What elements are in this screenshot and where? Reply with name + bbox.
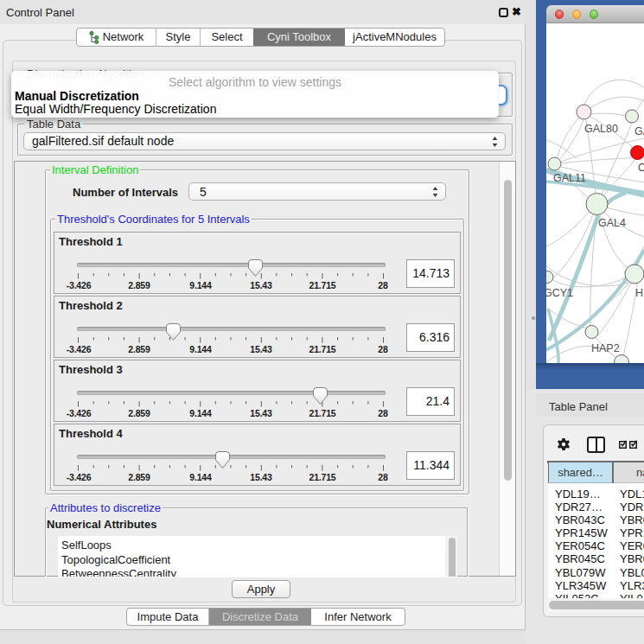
- svg-text:GAL11: GAL11: [553, 172, 586, 184]
- svg-text:C: C: [638, 162, 644, 174]
- svg-text:HAP2: HAP2: [591, 342, 620, 354]
- svg-text:H: H: [635, 287, 643, 299]
- svg-text:GAL80: GAL80: [584, 123, 618, 135]
- svg-text:GAL4: GAL4: [598, 217, 626, 229]
- svg-text:GA: GA: [634, 125, 644, 137]
- svg-text:GCY1: GCY1: [546, 287, 573, 299]
